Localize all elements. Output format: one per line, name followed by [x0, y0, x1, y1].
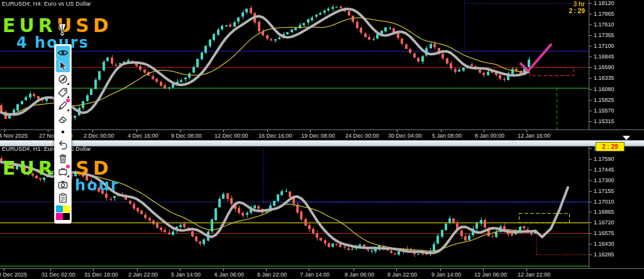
undo-button[interactable] [56, 138, 70, 151]
h4-time-axis[interactable]: 24 Nov 202527 Nov 08:002 Dec 00:004 Dec … [0, 129, 644, 141]
time-tick-label: 30 Dec 04:00 [388, 133, 422, 139]
price-tick-label: 1.16285 [594, 251, 614, 258]
price-tick-label: 1.16575 [594, 230, 614, 236]
price-tick-label: 1.16430 [594, 241, 614, 247]
time-tick-mark [4, 130, 5, 132]
price-tick-mark [589, 35, 592, 36]
time-tick-label: 16 Dec 16:00 [258, 133, 292, 139]
submenu-indicator [67, 175, 69, 177]
price-tick-mark [589, 25, 592, 25]
eraser-button[interactable] [56, 112, 70, 125]
price-tick-label: 1.17010 [594, 199, 614, 205]
price-tick-label: 1.18120 [594, 0, 614, 6]
h1-countdown-badge: 2 : 29 [596, 142, 625, 151]
h4-chart-canvas[interactable] [0, 0, 589, 129]
price-tick-mark [589, 159, 592, 160]
time-tick-mark [484, 130, 484, 132]
price-tick-label: 1.17610 [594, 21, 614, 28]
camera-snapshot-button[interactable] [56, 178, 70, 191]
submenu-indicator [67, 82, 69, 85]
h1-chart-title: EURUSD#, H1: Euro vs US Dollar [2, 146, 91, 152]
eye-visibility-button[interactable] [56, 46, 70, 59]
swatch-black[interactable] [63, 213, 70, 220]
time-tick-label: 30 Dec 2025 [0, 271, 27, 278]
pencil-draw-button[interactable] [56, 99, 70, 112]
time-tick-mark [137, 269, 138, 271]
time-tick-label: 7 Jan 14:00 [300, 271, 330, 278]
pen-color-dot [66, 99, 70, 102]
time-tick-mark [180, 130, 180, 132]
tag-shape-button[interactable] [56, 85, 70, 99]
time-tick-label: 9 Dec 08:00 [171, 133, 202, 139]
chart-pane-h4: EURUSD#, H4: Euro vs US Dollar EURUSD 4 … [0, 0, 589, 129]
draw-disabled-button[interactable] [56, 72, 70, 85]
time-tick-mark [354, 130, 355, 132]
h1-chart-canvas[interactable] [0, 145, 589, 268]
time-tick-mark [526, 269, 527, 271]
time-tick-label: 12 Jan 16:00 [518, 133, 550, 139]
time-tick-label: 2 Dec 00:00 [84, 133, 114, 139]
price-tick-mark [589, 57, 592, 57]
trading-app-window: EURUSD#, H4: Euro vs US Dollar EURUSD 4 … [0, 0, 644, 279]
price-tick-mark [589, 222, 592, 223]
time-tick-mark [397, 130, 397, 132]
time-tick-label: 4 Dec 16:00 [128, 133, 158, 139]
time-tick-mark [441, 130, 441, 132]
time-tick-label: 19 Dec 08:00 [301, 133, 335, 139]
swatch-cyan[interactable] [56, 205, 63, 212]
time-tick-label: 12 Jan 22:00 [518, 271, 550, 278]
time-tick-mark [309, 269, 309, 271]
submenu-indicator [67, 96, 69, 98]
time-tick-label: 2 Jan 22:00 [128, 271, 158, 278]
h1-time-axis[interactable]: 30 Dec 202531 Dec 02:0031 Dec 18:002 Jan… [0, 268, 644, 279]
price-tick-mark [589, 14, 592, 14]
whiteboard-button[interactable] [56, 165, 70, 178]
price-tick-label: 1.17300 [594, 177, 614, 183]
price-tick-mark [589, 100, 592, 101]
price-tick-mark [589, 46, 592, 46]
cursor-select-button[interactable] [56, 59, 70, 72]
countdown-hours: 3 hr [569, 1, 585, 8]
submenu-indicator [67, 109, 69, 111]
time-tick-label: 24 Nov 2025 [0, 133, 28, 139]
h1-price-axis[interactable]: 1.177351.175901.174451.173001.171551.170… [589, 145, 644, 268]
pane-splitter[interactable] [0, 140, 644, 146]
price-tick-mark [589, 3, 592, 4]
time-tick-mark [483, 269, 484, 271]
time-tick-mark [353, 269, 354, 271]
price-tick-mark [589, 233, 592, 234]
price-tick-mark [589, 254, 592, 255]
price-tick-mark [589, 170, 592, 170]
time-tick-label: 24 Dec 00:00 [345, 133, 379, 139]
time-tick-label: 31 Dec 18:00 [84, 271, 118, 278]
board-color-dot [66, 165, 70, 168]
dot-size-button[interactable] [56, 125, 70, 138]
h4-candle-countdown: 3 hr 2 : 29 [569, 1, 585, 14]
annotation-toolbar [54, 44, 72, 224]
time-tick-mark [223, 130, 224, 132]
trash-button[interactable] [56, 151, 70, 165]
time-tick-mark [396, 269, 397, 271]
ink-pen-icon[interactable] [55, 23, 69, 44]
time-tick-label: 31 Dec 02:00 [42, 271, 75, 278]
price-tick-mark [589, 148, 592, 149]
time-tick-mark [4, 269, 4, 271]
time-tick-label: 8 Jan 22:00 [387, 271, 417, 278]
clipboard-button[interactable] [56, 191, 70, 204]
h4-chart-title: EURUSD#, H4: Euro vs US Dollar [2, 1, 91, 7]
time-tick-label: 6 Jan 22:00 [257, 271, 287, 278]
price-tick-mark [589, 202, 592, 202]
price-tick-label: 1.17865 [594, 11, 614, 17]
time-tick-label: 9 Jan 14:00 [431, 271, 461, 278]
h4-price-axis[interactable]: 1.181201.178651.176101.173551.171001.168… [589, 0, 644, 129]
time-tick-label: 5 Jan 08:00 [432, 133, 462, 139]
price-tick-mark [589, 244, 592, 244]
color-palette[interactable] [56, 205, 70, 222]
swatch-yellow[interactable] [63, 205, 70, 212]
price-tick-label: 1.17445 [594, 167, 614, 173]
time-tick-mark [223, 269, 224, 271]
price-tick-label: 1.16080 [594, 86, 614, 92]
price-tick-mark [589, 78, 592, 79]
swatch-magenta[interactable] [56, 213, 63, 220]
time-tick-mark [266, 269, 267, 271]
